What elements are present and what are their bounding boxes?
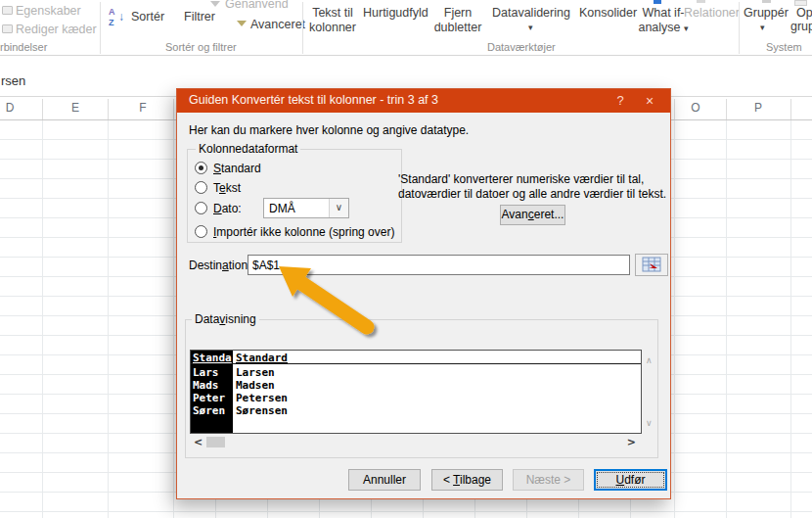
- ribbon-sort[interactable]: Sortér: [131, 10, 164, 24]
- group-label-connections: rbindelser: [0, 41, 47, 53]
- cancel-button[interactable]: Annuller: [348, 469, 421, 491]
- column-header-o[interactable]: O: [691, 101, 699, 115]
- data-preview-legend: Datavisning: [192, 312, 259, 326]
- column-header-f[interactable]: F: [139, 101, 146, 115]
- ribbon-ungroup-line2: grup: [790, 20, 812, 33]
- text-to-columns-wizard-dialog: Guiden Konvertér tekst til kolonner - tr…: [176, 88, 671, 499]
- preview-header-row: Standa Standard: [191, 351, 641, 364]
- preview-row: PeterPetersen: [191, 392, 641, 404]
- preview-cell-col2: Madsen: [236, 379, 275, 392]
- ribbon-filter[interactable]: Filtrer: [184, 10, 215, 24]
- radio-standard-label: Standard: [213, 162, 261, 175]
- help-button[interactable]: ?: [608, 92, 633, 110]
- preview-row: LarsLarsen: [191, 366, 641, 379]
- column-header-e[interactable]: E: [71, 101, 79, 115]
- ribbon-advanced-filter[interactable]: Avanceret: [250, 18, 305, 31]
- what-if-dropdown-icon: ▾: [684, 24, 689, 33]
- chevron-down-icon[interactable]: ∨: [329, 199, 348, 217]
- ribbon-divider: [100, 2, 101, 54]
- scroll-up-icon[interactable]: ∧: [646, 355, 653, 365]
- next-button: Næste >: [513, 469, 584, 491]
- scrollbar-thumb[interactable]: [206, 437, 225, 447]
- radio-text[interactable]: [195, 181, 207, 194]
- ribbon-reapply[interactable]: Genanvend: [225, 0, 289, 11]
- standard-hint-line1: 'Standard' konverterer numeriske værdier…: [398, 172, 666, 187]
- ribbon-properties[interactable]: Egenskaber: [16, 4, 81, 18]
- ribbon-consolidate[interactable]: Konsolider: [579, 6, 637, 20]
- preview-table[interactable]: Standa Standard LarsLarsenMadsMadsenPete…: [190, 350, 642, 434]
- radio-skip-column-label: Importér ikke kolonne (spring over): [213, 225, 394, 239]
- group-dropdown-icon[interactable]: ▾: [760, 23, 765, 32]
- radio-date-label: Dato:: [213, 202, 242, 215]
- finish-button[interactable]: Udfør: [594, 469, 667, 491]
- radio-date[interactable]: [195, 202, 207, 214]
- standard-hint-line2: datoværdier til datoer og alle andre vær…: [398, 187, 666, 202]
- group-label-outline: System: [766, 41, 802, 53]
- group-label-data-tools: Dataværktøjer: [487, 41, 556, 53]
- data-validation-dropdown-icon[interactable]: ▾: [528, 23, 533, 32]
- destination-label: Destination:: [189, 259, 250, 272]
- ribbon-remove-duplicates[interactable]: Fjern dubletter: [428, 6, 488, 34]
- range-selector-button[interactable]: [635, 254, 668, 276]
- preview-cell-col1: Søren: [193, 404, 225, 417]
- scroll-down-icon[interactable]: ∨: [646, 418, 653, 428]
- close-icon[interactable]: ×: [637, 92, 662, 110]
- ribbon-text-to-columns[interactable]: Tekst til kolonner: [302, 6, 363, 34]
- column-header-p[interactable]: P: [754, 101, 762, 115]
- ribbon-relations: Relationer: [684, 6, 740, 20]
- dialog-title-bar[interactable]: Guiden Konvertér tekst til kolonner - tr…: [177, 89, 670, 113]
- scroll-right-icon[interactable]: >: [627, 436, 636, 448]
- radio-standard[interactable]: [195, 162, 207, 174]
- ribbon-data-tab: Egenskaber Rediger kæder rbindelser A Z …: [0, 0, 812, 56]
- formula-bar-text: rsen: [1, 73, 25, 88]
- preview-rows: LarsLarsenMadsMadsenPeterPetersenSørenSø…: [191, 366, 641, 417]
- preview-cell-col2: Petersen: [236, 392, 288, 404]
- sort-az-icon: A Z ↓: [109, 7, 130, 30]
- ribbon-divider: [739, 2, 740, 54]
- properties-icon: [2, 6, 13, 15]
- radio-skip-column[interactable]: [195, 225, 207, 238]
- edit-links-icon: [2, 24, 13, 33]
- what-if-icon: [654, 0, 661, 4]
- range-selector-icon: [636, 255, 667, 275]
- preview-cell-col1: Lars: [193, 366, 219, 379]
- ribbon-group[interactable]: Gruppér: [744, 6, 789, 20]
- column-data-format-legend: Kolonnedataformat: [196, 142, 300, 156]
- dialog-intro-text: Her kan du markere hver kolonne og angiv…: [189, 123, 469, 137]
- ribbon-edit-links[interactable]: Rediger kæder: [16, 23, 97, 36]
- preview-header-col1[interactable]: Standa: [193, 352, 232, 364]
- advanced-filter-icon: [237, 21, 247, 26]
- scroll-left-icon[interactable]: <: [194, 436, 203, 448]
- group-icon: [762, 0, 771, 3]
- preview-row: SørenSørensen: [191, 404, 641, 417]
- preview-header-col2[interactable]: Standard: [236, 352, 288, 364]
- preview-cell-col2: Sørensen: [236, 404, 288, 417]
- preview-cell-col1: Peter: [193, 392, 225, 404]
- column-header-d[interactable]: D: [6, 101, 15, 115]
- advanced-button[interactable]: Avanceret...: [500, 205, 565, 225]
- preview-cell-col1: Mads: [193, 379, 219, 392]
- date-format-value: DMÅ: [269, 202, 295, 215]
- destination-input[interactable]: [248, 255, 630, 275]
- ribbon-flash-fill[interactable]: Hurtigudfyld: [363, 6, 429, 20]
- preview-vertical-scrollbar[interactable]: ∧ ∨: [644, 350, 657, 434]
- ribbon-ungroup[interactable]: Op: [796, 6, 812, 20]
- group-label-sort-filter: Sortér og filtrer: [165, 41, 237, 53]
- relations-icon: [697, 0, 705, 3]
- back-button[interactable]: < Tilbage: [431, 469, 503, 491]
- preview-row: MadsMadsen: [191, 379, 641, 392]
- ungroup-icon: [794, 0, 807, 6]
- dialog-title: Guiden Konvertér tekst til kolonner - tr…: [189, 93, 438, 107]
- ribbon-data-validation[interactable]: Datavalidering: [492, 6, 570, 20]
- date-format-combobox[interactable]: DMÅ ∨: [263, 198, 349, 218]
- reapply-icon: [210, 1, 220, 7]
- preview-horizontal-scrollbar[interactable]: < >: [190, 436, 642, 449]
- preview-cell-col2: Larsen: [236, 366, 275, 379]
- radio-text-label: Tekst: [213, 181, 241, 195]
